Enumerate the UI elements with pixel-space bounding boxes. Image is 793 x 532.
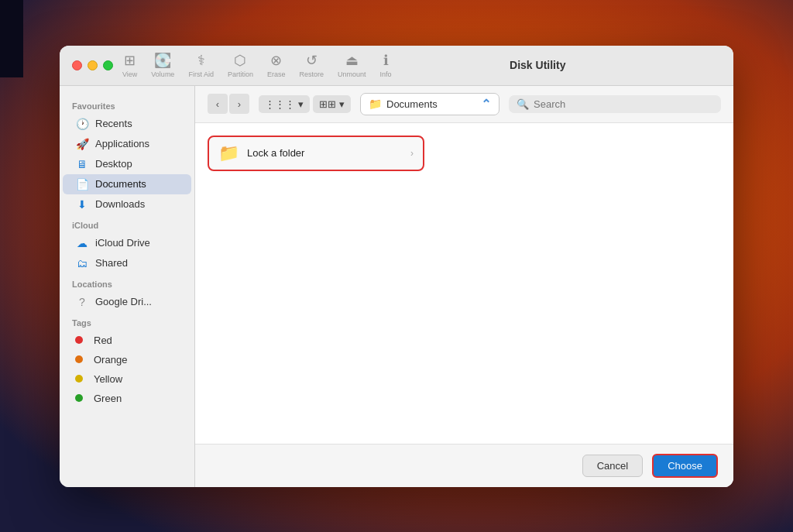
tag-green-label: Green [94,393,122,404]
documents-label: Documents [95,178,146,190]
info-icon: ℹ [383,52,389,69]
firstaid-label: First Aid [188,70,214,78]
favourites-label: Favourites [60,95,194,114]
google-drive-icon: ? [75,296,89,308]
desktop-label: Desktop [95,158,132,170]
documents-icon: 📄 [75,178,89,190]
sidebar-item-applications[interactable]: 🚀 Applications [63,134,191,154]
column-view-chevron: ▾ [298,98,304,110]
location-text: Documents [386,98,476,110]
main-content: Favourites 🕐 Recents 🚀 Applications 🖥 De… [60,86,733,487]
titlebar: ⊞ View 💽 Volume ⚕ First Aid ⬡ Partition … [60,46,733,86]
location-chevron-icon: ⌃ [481,97,491,112]
restore-action[interactable]: ↺ Restore [299,52,324,78]
tag-green-dot [75,394,83,402]
minimize-button[interactable] [88,60,98,70]
sidebar-item-documents[interactable]: 📄 Documents [63,174,191,194]
file-chevron-icon: › [410,148,414,159]
applications-icon: 🚀 [75,138,89,150]
grid-view-icon: ⊞⊞ [319,98,336,110]
view-buttons: ⋮⋮⋮ ▾ ⊞⊞ ▾ [259,95,351,113]
firstaid-icon: ⚕ [197,52,205,69]
restore-icon: ↺ [306,52,318,69]
info-label: Info [380,70,392,78]
column-view-button[interactable]: ⋮⋮⋮ ▾ [259,95,310,113]
file-area: ‹ › ⋮⋮⋮ ▾ ⊞⊞ ▾ 📁 Documents ⌃ [195,86,733,487]
desktop-icon: 🖥 [75,158,89,170]
volume-label: Volume [151,70,174,78]
sidebar: Favourites 🕐 Recents 🚀 Applications 🖥 De… [60,86,195,487]
recents-icon: 🕐 [75,118,89,130]
erase-action[interactable]: ⊗ Erase [267,52,286,78]
applications-label: Applications [95,138,149,149]
file-browser: 📁 Lock a folder › [195,123,733,444]
tag-red-label: Red [94,335,112,346]
google-drive-label: Google Dri... [95,296,152,307]
grid-view-button[interactable]: ⊞⊞ ▾ [313,95,351,113]
icloud-drive-icon: ☁ [75,237,89,249]
partition-label: Partition [228,70,253,78]
view-action[interactable]: ⊞ View [122,52,137,78]
erase-icon: ⊗ [270,52,282,69]
shared-icon: 🗂 [75,257,89,269]
erase-label: Erase [267,70,286,78]
file-name: Lock a folder [247,147,403,159]
sidebar-item-recents[interactable]: 🕐 Recents [63,114,191,134]
icloud-drive-label: iCloud Drive [95,237,150,249]
partition-action[interactable]: ⬡ Partition [228,52,253,78]
search-input[interactable] [534,98,713,110]
partition-icon: ⬡ [234,52,246,69]
sidebar-item-shared[interactable]: 🗂 Shared [63,253,191,273]
icloud-label: iCloud [60,215,194,233]
restore-label: Restore [299,70,324,78]
back-button[interactable]: ‹ [208,94,228,114]
tag-yellow-label: Yellow [94,373,122,385]
volume-action[interactable]: 💽 Volume [151,52,174,78]
choose-button[interactable]: Choose [652,454,718,478]
firstaid-action[interactable]: ⚕ First Aid [188,52,214,78]
column-view-icon: ⋮⋮⋮ [265,98,295,110]
tag-red-dot [75,336,83,344]
folder-icon: 📁 [218,143,239,163]
unmount-action[interactable]: ⏏ Unmount [338,52,366,78]
traffic-lights [72,60,113,70]
sidebar-item-icloud-drive[interactable]: ☁ iCloud Drive [63,233,191,253]
view-icon: ⊞ [124,52,136,69]
view-label: View [122,70,137,78]
unmount-icon: ⏏ [345,52,359,69]
bottom-bar: Cancel Choose [195,444,733,487]
grid-view-chevron: ▾ [339,98,345,110]
sidebar-item-desktop[interactable]: 🖥 Desktop [63,154,191,174]
cancel-button[interactable]: Cancel [582,455,643,477]
sidebar-item-downloads[interactable]: ⬇ Downloads [63,194,191,215]
location-folder-icon: 📁 [369,98,382,110]
unmount-label: Unmount [338,70,366,78]
sidebar-item-tag-yellow[interactable]: Yellow [63,369,191,389]
locations-label: Locations [60,273,194,292]
forward-button[interactable]: › [229,94,249,114]
sidebar-item-tag-green[interactable]: Green [63,389,191,408]
search-bar[interactable]: 🔍 [509,95,721,113]
sidebar-item-tag-orange[interactable]: Orange [63,350,191,369]
recents-label: Recents [95,118,132,129]
volume-icon: 💽 [154,52,171,69]
list-item[interactable]: 📁 Lock a folder › [208,136,424,171]
file-toolbar: ‹ › ⋮⋮⋮ ▾ ⊞⊞ ▾ 📁 Documents ⌃ [195,86,733,123]
tag-yellow-dot [75,375,83,383]
tags-label: Tags [60,312,194,331]
location-bar[interactable]: 📁 Documents ⌃ [360,93,499,115]
finder-dialog-window: ⊞ View 💽 Volume ⚕ First Aid ⬡ Partition … [60,46,733,487]
shared-label: Shared [95,257,128,269]
sidebar-item-google-drive[interactable]: ? Google Dri... [63,292,191,312]
nav-buttons: ‹ › [208,94,249,114]
close-button[interactable] [72,60,82,70]
downloads-label: Downloads [95,198,145,210]
titlebar-actions: ⊞ View 💽 Volume ⚕ First Aid ⬡ Partition … [122,52,392,78]
sidebar-item-tag-red[interactable]: Red [63,331,191,350]
tag-orange-label: Orange [94,354,127,366]
maximize-button[interactable] [103,60,113,70]
downloads-icon: ⬇ [75,198,89,211]
tag-orange-dot [75,355,83,363]
window-title: Disk Utility [355,59,721,71]
info-action[interactable]: ℹ Info [380,52,392,78]
